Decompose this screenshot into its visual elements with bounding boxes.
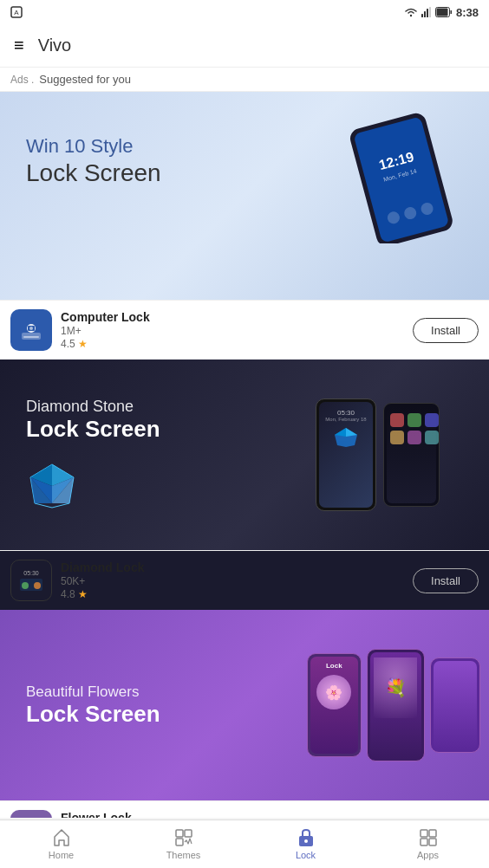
flowers-preview: Lock 🌸 💐	[307, 649, 480, 761]
diamond-title: Lock Screen	[26, 416, 316, 443]
carrier-icon: A	[10, 6, 23, 18]
ads-bar: Ads . Suggested for you	[0, 68, 489, 92]
svg-rect-10	[353, 116, 449, 243]
win10-rating: 4.5 ★	[61, 338, 413, 350]
svg-rect-6	[429, 7, 431, 17]
lock-label: Lock	[296, 850, 316, 860]
ad-card-diamond: Diamond Stone Lock Screen 05:30	[0, 360, 489, 610]
svg-text:A: A	[14, 9, 19, 16]
themes-label: Themes	[166, 850, 201, 860]
flower-app-icon: 🌸	[10, 810, 52, 818]
apps-icon	[419, 828, 438, 847]
diamond-app-icon: 05:30	[10, 560, 52, 601]
svg-rect-4	[424, 11, 426, 17]
diamond-app-details: Diamond Lock 50K+ 4.8 ★	[61, 560, 413, 600]
card-diamond-banner: Diamond Stone Lock Screen 05:30	[0, 360, 489, 550]
svg-rect-20	[23, 336, 39, 338]
diamond-app-name: Diamond Lock	[61, 560, 413, 574]
svg-rect-36	[185, 830, 192, 837]
home-icon	[52, 828, 71, 847]
page-title: Vivo	[38, 36, 72, 55]
svg-point-39	[304, 839, 308, 843]
scroll-content: Win 10 Style Lock Screen 12:19 Mon, Feb …	[0, 92, 489, 818]
themes-icon	[174, 828, 193, 847]
bottom-navigation: Home Themes Lock Apps	[0, 819, 489, 868]
svg-text:05:30: 05:30	[23, 570, 39, 576]
home-label: Home	[49, 850, 74, 860]
card-win10-subtitle: Win 10 Style	[26, 135, 161, 158]
svg-rect-42	[421, 839, 427, 845]
status-right: 8:38	[404, 6, 479, 19]
nav-item-themes[interactable]: Themes	[122, 820, 244, 868]
flowers-app-info: 🌸 Flower Lock 50K+ 4.3 ★ Install	[0, 800, 489, 818]
status-bar: A 8:38	[0, 0, 489, 24]
svg-point-2	[410, 15, 412, 16]
menu-icon[interactable]: ≡	[14, 36, 24, 55]
diamond-app-info: 05:30 Diamond Lock 50K+ 4.8 ★ Install	[0, 550, 489, 610]
diamond-preview: 05:30 Mon, February 18	[316, 398, 472, 511]
ad-card-flowers: Beautiful Flowers Lock Screen Lock 🌸 💐	[0, 610, 489, 818]
win10-app-info: Computer Lock 1M+ 4.5 ★ Install	[0, 300, 489, 360]
win10-install-button[interactable]: Install	[413, 318, 479, 343]
ad-card-win10: Win 10 Style Lock Screen 12:19 Mon, Feb …	[0, 92, 489, 360]
card-flowers-banner: Beautiful Flowers Lock Screen Lock 🌸 💐	[0, 610, 489, 800]
card-win10-banner: Win 10 Style Lock Screen 12:19 Mon, Feb …	[0, 92, 489, 300]
ads-label: Ads .	[10, 74, 34, 86]
win10-phone-mockup: 12:19 Mon, Feb 14	[333, 105, 463, 243]
svg-rect-3	[421, 14, 423, 17]
svg-rect-41	[429, 830, 436, 837]
diamond-rating: 4.8 ★	[61, 588, 413, 600]
svg-rect-5	[427, 9, 428, 17]
win10-app-details: Computer Lock 1M+ 4.5 ★	[61, 310, 413, 350]
flowers-subtitle: Beautiful Flowers	[26, 683, 307, 701]
svg-rect-35	[176, 830, 183, 837]
svg-point-19	[29, 327, 33, 330]
svg-point-34	[34, 582, 41, 589]
diamond-downloads: 50K+	[61, 575, 413, 587]
card-win10-title: Lock Screen	[26, 159, 161, 187]
flower-app-name: Flower Lock	[61, 811, 413, 818]
status-left: A	[10, 6, 23, 18]
diamond-subtitle: Diamond Stone	[26, 398, 316, 416]
svg-rect-37	[176, 839, 183, 845]
battery-icon	[435, 7, 453, 17]
diamond-gem-icon	[26, 460, 78, 512]
lock-icon	[297, 828, 316, 847]
wifi-icon	[404, 7, 418, 17]
signal-icon	[421, 7, 432, 17]
flowers-app-details: Flower Lock 50K+ 4.3 ★	[61, 811, 413, 818]
svg-rect-40	[421, 830, 427, 837]
flowers-title: Lock Screen	[26, 701, 307, 728]
suggested-text: Suggested for you	[39, 73, 131, 86]
nav-item-apps[interactable]: Apps	[367, 820, 489, 868]
top-navigation: ≡ Vivo	[0, 24, 489, 68]
diamond-install-button[interactable]: Install	[413, 568, 479, 593]
svg-point-33	[22, 582, 29, 589]
win10-app-icon	[10, 309, 52, 351]
apps-label: Apps	[417, 850, 439, 860]
svg-rect-8	[436, 9, 447, 16]
time-display: 8:38	[456, 6, 479, 19]
win10-app-name: Computer Lock	[61, 310, 413, 324]
svg-rect-43	[429, 839, 436, 845]
nav-item-home[interactable]: Home	[0, 820, 122, 868]
win10-downloads: 1M+	[61, 325, 413, 337]
nav-item-lock[interactable]: Lock	[244, 820, 367, 868]
